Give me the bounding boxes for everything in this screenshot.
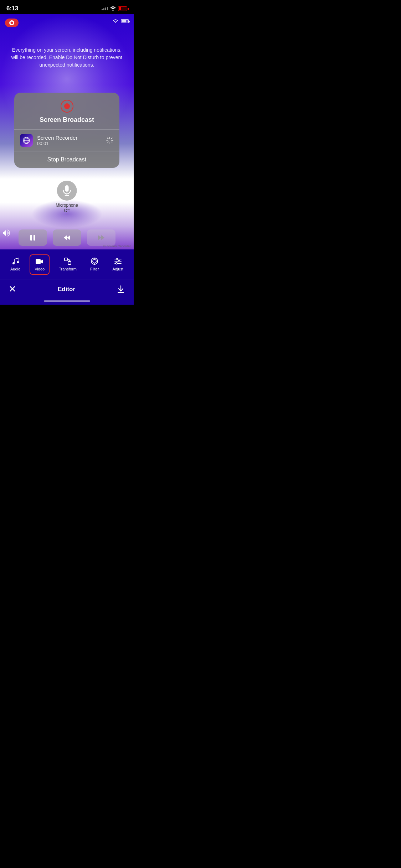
toolbar-tabs: Audio Video Transform bbox=[0, 254, 134, 275]
broadcast-record-icon bbox=[61, 100, 73, 113]
tab-audio[interactable]: Audio bbox=[6, 254, 25, 275]
video-icon bbox=[35, 258, 44, 265]
app-timer: 00:01 bbox=[37, 141, 102, 146]
microphone-button[interactable] bbox=[57, 181, 77, 201]
status-bar: 6:13 bbox=[0, 0, 134, 14]
microphone-container[interactable]: Microphone Off bbox=[56, 181, 78, 214]
rewind-button[interactable] bbox=[53, 229, 81, 246]
svg-point-22 bbox=[93, 259, 96, 263]
svg-rect-18 bbox=[36, 259, 41, 264]
broadcast-title: Screen Broadcast bbox=[21, 116, 112, 124]
tab-video-label: Video bbox=[35, 267, 45, 271]
svg-point-28 bbox=[115, 263, 117, 264]
tab-filter[interactable]: Filter bbox=[86, 254, 103, 275]
app-name: Screen Recorder bbox=[37, 135, 102, 141]
tab-video[interactable]: Video bbox=[30, 254, 50, 275]
download-button[interactable] bbox=[117, 285, 125, 294]
tab-transform[interactable]: Transform bbox=[55, 254, 81, 275]
filter-icon bbox=[91, 257, 98, 265]
app-info: Screen Recorder 00:01 bbox=[37, 135, 102, 146]
main-content: Everything on your screen, including not… bbox=[0, 14, 134, 249]
wifi-icon bbox=[110, 6, 116, 11]
stop-broadcast-button[interactable]: Stop Broadcast bbox=[14, 151, 119, 168]
playback-controls bbox=[0, 229, 134, 246]
tab-adjust[interactable]: Adjust bbox=[108, 254, 128, 275]
close-button[interactable]: ✕ bbox=[9, 284, 16, 295]
svg-rect-16 bbox=[30, 235, 32, 241]
transform-icon bbox=[64, 257, 72, 265]
battery-icon bbox=[118, 6, 127, 11]
tab-filter-label: Filter bbox=[90, 267, 99, 271]
svg-rect-29 bbox=[118, 292, 124, 293]
bottom-action-bar: ✕ Editor bbox=[0, 279, 134, 300]
home-indicator bbox=[44, 300, 90, 302]
broadcast-card-header: Screen Broadcast bbox=[14, 93, 119, 130]
forward-button[interactable] bbox=[87, 229, 115, 246]
svg-line-10 bbox=[111, 142, 112, 143]
microphone-icon bbox=[62, 185, 71, 196]
svg-rect-13 bbox=[65, 185, 68, 192]
svg-line-12 bbox=[107, 142, 108, 143]
bottom-toolbar: Audio Video Transform bbox=[0, 249, 134, 279]
svg-rect-20 bbox=[68, 262, 71, 264]
loading-spinner-icon bbox=[106, 136, 114, 144]
svg-rect-17 bbox=[34, 235, 35, 241]
tab-adjust-label: Adjust bbox=[112, 267, 123, 271]
warning-text: Everything on your screen, including not… bbox=[11, 46, 123, 69]
svg-line-11 bbox=[111, 138, 112, 139]
status-time: 6:13 bbox=[6, 5, 18, 12]
music-icon bbox=[11, 257, 19, 265]
adjust-icon bbox=[114, 257, 122, 265]
editor-title: Editor bbox=[58, 286, 75, 293]
broadcast-record-inner bbox=[64, 103, 70, 109]
battery-small-icon bbox=[121, 19, 129, 23]
pause-button[interactable] bbox=[19, 229, 47, 246]
broadcast-app-row: Screen Recorder 00:01 bbox=[14, 130, 119, 151]
recording-indicator bbox=[5, 19, 19, 27]
signal-icon bbox=[102, 7, 108, 10]
svg-point-26 bbox=[116, 258, 118, 260]
top-right-icons bbox=[113, 19, 129, 23]
app-icon bbox=[20, 134, 33, 147]
svg-rect-19 bbox=[65, 258, 67, 261]
wifi-small-icon bbox=[113, 19, 118, 23]
watermark: © Screen Recorder bbox=[103, 244, 131, 248]
tab-audio-label: Audio bbox=[10, 267, 20, 271]
home-bar bbox=[0, 300, 134, 305]
tab-transform-label: Transform bbox=[59, 267, 77, 271]
status-icons bbox=[102, 6, 127, 11]
svg-line-9 bbox=[107, 138, 108, 139]
microphone-label: Microphone Off bbox=[56, 203, 78, 214]
broadcast-card: Screen Broadcast Screen Recorder 00:01 bbox=[14, 93, 119, 168]
recording-circle-icon bbox=[9, 20, 14, 25]
svg-point-27 bbox=[118, 260, 120, 262]
